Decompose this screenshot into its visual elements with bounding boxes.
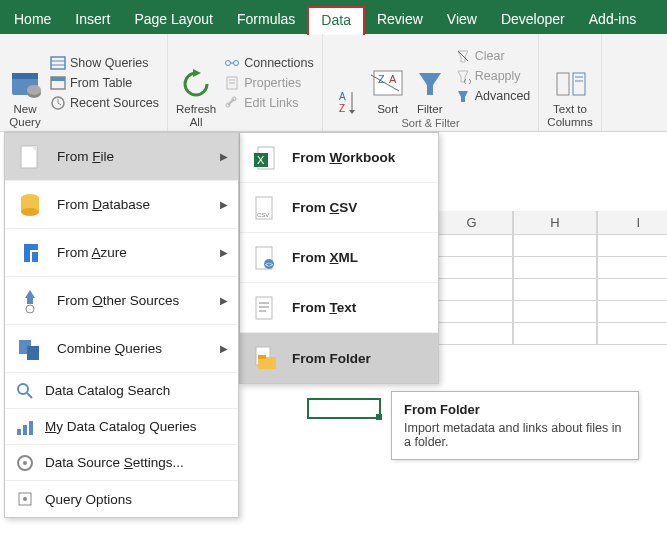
- reapply-button[interactable]: Reapply: [451, 66, 535, 86]
- connections-button[interactable]: Connections: [220, 53, 318, 73]
- menu-from-azure-label: From Azure: [57, 245, 127, 260]
- col-header-h[interactable]: H: [513, 211, 596, 235]
- properties-button[interactable]: Properties: [220, 73, 318, 93]
- menu-combine-label: Combine Queries: [57, 341, 162, 356]
- svg-marker-32: [458, 71, 468, 82]
- svg-line-52: [27, 393, 32, 398]
- tab-formulas[interactable]: Formulas: [225, 5, 307, 34]
- group-get-transform: New Query Show Queries From Table Recent…: [0, 34, 168, 131]
- text-to-columns-button[interactable]: Text to Columns: [543, 36, 596, 129]
- show-queries-button[interactable]: Show Queries: [46, 53, 163, 73]
- col-header-i[interactable]: I: [597, 211, 667, 235]
- tab-page-layout[interactable]: Page Layout: [122, 5, 225, 34]
- svg-rect-47: [27, 298, 33, 304]
- active-cell[interactable]: [307, 398, 381, 419]
- new-query-button[interactable]: New Query: [4, 36, 46, 129]
- properties-icon: [224, 75, 240, 91]
- ribbon: New Query Show Queries From Table Recent…: [0, 34, 667, 132]
- recent-sources-button[interactable]: Recent Sources: [46, 93, 163, 113]
- submenu-from-folder[interactable]: From Folder: [240, 333, 438, 383]
- sort-label: Sort: [377, 103, 398, 116]
- filter-button[interactable]: Filter: [409, 36, 451, 116]
- menu-from-file-label: From File: [57, 149, 114, 164]
- svg-line-11: [58, 103, 61, 105]
- menu-combine-queries[interactable]: Combine Queries ▶: [5, 325, 238, 373]
- chevron-right-icon: ▶: [220, 295, 228, 306]
- svg-text:A: A: [389, 73, 397, 85]
- worksheet-grid[interactable]: G H I: [430, 211, 667, 345]
- chevron-right-icon: ▶: [220, 199, 228, 210]
- text-to-columns-label: Text to Columns: [547, 103, 592, 129]
- database-icon: [15, 190, 45, 220]
- submenu-from-xml[interactable]: <> From XML: [240, 233, 438, 283]
- svg-point-42: [21, 208, 39, 216]
- tab-home[interactable]: Home: [2, 5, 63, 34]
- from-table-icon: [50, 75, 66, 91]
- tab-data[interactable]: Data: [307, 6, 365, 35]
- folder-icon: [250, 343, 280, 373]
- submenu-csv-label: From CSV: [292, 200, 357, 215]
- svg-marker-46: [25, 290, 35, 298]
- group-connections: Refresh All Connections Properties Edit …: [168, 34, 323, 131]
- clear-button[interactable]: Clear: [451, 46, 535, 66]
- svg-rect-50: [27, 346, 39, 360]
- tab-developer[interactable]: Developer: [489, 5, 577, 34]
- menu-from-database-label: From Database: [57, 197, 150, 212]
- svg-rect-53: [17, 429, 21, 435]
- clear-label: Clear: [475, 49, 505, 63]
- get-transform-list: Show Queries From Table Recent Sources: [46, 36, 163, 129]
- svg-text:Z: Z: [378, 73, 385, 85]
- sort-button[interactable]: ZA Sort: [367, 36, 409, 116]
- workbook-icon: X: [250, 143, 280, 173]
- svg-rect-34: [557, 73, 569, 95]
- advanced-button[interactable]: Advanced: [451, 86, 535, 106]
- submenu-from-workbook[interactable]: X From Workbook: [240, 133, 438, 183]
- azure-icon: [15, 238, 45, 268]
- menu-from-azure[interactable]: From Azure ▶: [5, 229, 238, 277]
- submenu-text-label: From Text: [292, 300, 356, 315]
- sort-asc-button[interactable]: AZ: [327, 36, 367, 116]
- menu-from-database[interactable]: From Database ▶: [5, 181, 238, 229]
- menu-data-source-settings[interactable]: Data Source Settings...: [5, 445, 238, 481]
- options-icon: [15, 489, 35, 509]
- menu-from-file[interactable]: From File ▶: [5, 133, 238, 181]
- connections-icon: [224, 55, 240, 71]
- col-header-g[interactable]: G: [430, 211, 513, 235]
- edit-links-button[interactable]: Edit Links: [220, 93, 318, 113]
- refresh-all-button[interactable]: Refresh All: [172, 36, 220, 129]
- svg-rect-8: [51, 77, 65, 81]
- tab-review[interactable]: Review: [365, 5, 435, 34]
- svg-rect-1: [12, 73, 38, 79]
- svg-text:CSV: CSV: [257, 212, 269, 218]
- chevron-right-icon: ▶: [220, 247, 228, 258]
- column-headers[interactable]: G H I: [430, 211, 667, 235]
- menu-data-catalog-search-label: Data Catalog Search: [45, 383, 170, 398]
- submenu-from-csv[interactable]: CSV From CSV: [240, 183, 438, 233]
- group-data-tools: Text to Columns: [539, 34, 601, 131]
- submenu-from-text[interactable]: From Text: [240, 283, 438, 333]
- svg-marker-24: [349, 110, 355, 114]
- svg-point-3: [27, 85, 41, 95]
- tooltip-title: From Folder: [404, 402, 626, 417]
- menu-data-catalog-search[interactable]: Data Catalog Search: [5, 373, 238, 409]
- svg-rect-55: [29, 421, 33, 435]
- search-icon: [15, 381, 35, 401]
- tab-view[interactable]: View: [435, 5, 489, 34]
- menu-from-other-label: From Other Sources: [57, 293, 179, 308]
- menu-query-options[interactable]: Query Options: [5, 481, 238, 517]
- menu-from-other-sources[interactable]: From Other Sources ▶: [5, 277, 238, 325]
- submenu-workbook-label: From Workbook: [292, 150, 395, 165]
- tab-insert[interactable]: Insert: [63, 5, 122, 34]
- tab-addins[interactable]: Add-ins: [577, 5, 648, 34]
- svg-rect-74: [258, 355, 266, 359]
- tab-strip: Home Insert Page Layout Formulas Data Re…: [0, 6, 667, 34]
- new-query-menu: From File ▶ From Database ▶ From Azure ▶…: [4, 132, 239, 518]
- refresh-icon: [179, 67, 213, 101]
- from-table-button[interactable]: From Table: [46, 73, 163, 93]
- svg-point-51: [18, 384, 28, 394]
- group-sort-filter: AZ ZA Sort Filter Clear Reapply: [323, 34, 540, 131]
- connections-label: Connections: [244, 56, 314, 70]
- catalog-icon: [15, 417, 35, 437]
- menu-my-data-catalog[interactable]: My Data Catalog Queries: [5, 409, 238, 445]
- reapply-label: Reapply: [475, 69, 521, 83]
